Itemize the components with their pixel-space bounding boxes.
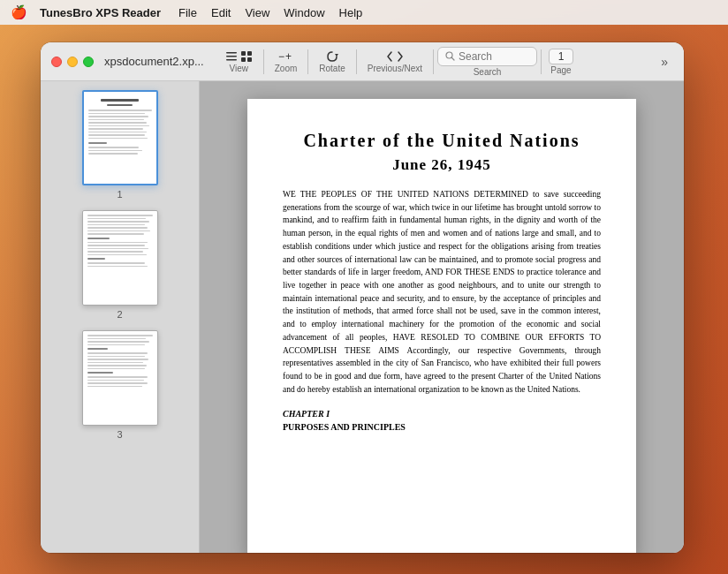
grid-icon [240, 50, 253, 63]
toolbar-divider-3 [356, 49, 357, 74]
app-name: TunesBro XPS Reader [40, 6, 161, 19]
thumb-number-2: 2 [117, 309, 122, 320]
thumb-image-3 [82, 330, 158, 426]
apple-logo-icon: 🍎 [11, 4, 27, 20]
document-date: June 26, 1945 [283, 156, 601, 174]
svg-rect-0 [226, 52, 237, 54]
search-input[interactable] [459, 50, 529, 63]
page-thumb-3[interactable]: 3 [82, 330, 158, 440]
rotate-icon [325, 50, 339, 63]
thumb-image-1 [82, 90, 158, 185]
prev-next-button[interactable]: Previous/Next [360, 49, 429, 75]
page-thumb-2[interactable]: 2 [82, 210, 158, 320]
search-label: Search [474, 67, 502, 77]
menu-help[interactable]: Help [332, 4, 370, 21]
rotate-label: Rotate [319, 64, 345, 73]
toolbar-divider-1 [263, 49, 264, 74]
toolbar-divider-2 [307, 49, 308, 74]
document-area: Charter of the United Nations June 26, 1… [200, 81, 684, 553]
more-button[interactable]: » [656, 51, 673, 72]
thumb-image-2 [82, 210, 158, 306]
svg-rect-2 [226, 59, 237, 61]
zoom-button[interactable]: − + Zoom [268, 49, 305, 75]
svg-marker-9 [335, 54, 338, 57]
svg-rect-5 [241, 57, 246, 62]
title-bar: xpsdocument2.xp... View [41, 42, 684, 81]
search-group: Search [437, 47, 537, 77]
prev-next-icon [385, 50, 405, 63]
app-window: xpsdocument2.xp... View [41, 42, 684, 553]
view-button[interactable]: View [218, 49, 260, 75]
document-page: Charter of the United Nations June 26, 1… [247, 99, 636, 553]
search-icon [445, 51, 455, 61]
page-label: Page [550, 65, 571, 75]
page-thumb-1[interactable]: 1 [82, 90, 158, 200]
menu-bar: 🍎 TunesBro XPS Reader File Edit View Win… [0, 0, 728, 25]
menu-file[interactable]: File [171, 4, 204, 21]
window-title: xpsdocument2.xp... [104, 55, 204, 68]
thumb-number-3: 3 [117, 429, 122, 440]
minimize-button[interactable] [67, 57, 78, 67]
list-icon [225, 50, 238, 63]
prev-next-label: Previous/Next [368, 64, 422, 73]
toolbar-divider-4 [433, 49, 434, 74]
menu-window[interactable]: Window [277, 4, 331, 21]
sidebar: 1 [41, 81, 200, 553]
zoom-icons: − + [278, 50, 294, 63]
document-body: WE THE PEOPLES OF THE UNITED NATIONS DET… [283, 188, 601, 397]
zoom-label: Zoom [275, 64, 298, 73]
page-indicator: 1 Page [549, 49, 573, 75]
view-label: View [229, 64, 248, 73]
toolbar-divider-5 [541, 49, 542, 74]
svg-line-11 [451, 57, 454, 60]
svg-rect-3 [241, 51, 246, 56]
menu-edit[interactable]: Edit [204, 4, 238, 21]
document-chapter: CHAPTER I [283, 409, 601, 419]
content-area: 1 [41, 81, 684, 553]
svg-text:+: + [285, 50, 292, 63]
thumb-number-1: 1 [117, 189, 122, 200]
traffic-lights [51, 57, 94, 67]
svg-rect-4 [247, 51, 252, 56]
page-number[interactable]: 1 [549, 49, 573, 64]
document-title: Charter of the United Nations [283, 131, 601, 151]
svg-rect-1 [226, 56, 237, 57]
close-button[interactable] [51, 57, 62, 67]
search-field[interactable] [437, 47, 537, 66]
svg-text:−: − [278, 50, 284, 63]
menu-view[interactable]: View [238, 4, 277, 21]
document-section: PURPOSES AND PRINCIPLES [283, 422, 601, 432]
rotate-button[interactable]: Rotate [312, 49, 352, 75]
svg-rect-6 [247, 57, 252, 62]
maximize-button[interactable] [83, 57, 94, 67]
